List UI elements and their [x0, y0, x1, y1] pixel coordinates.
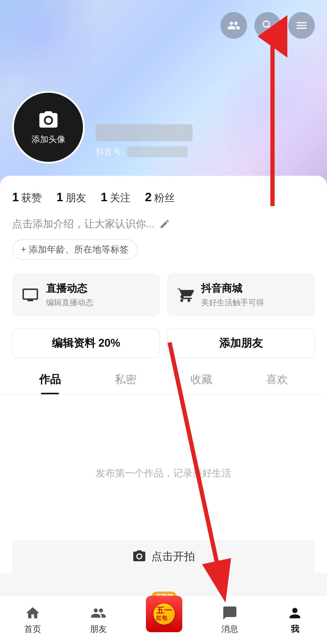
red-envelope-gold-circle: 五一 红包: [154, 603, 175, 625]
live-feature-text: 直播动态 编辑直播动态: [46, 282, 93, 308]
camera-icon-wrap: 添加头像: [31, 109, 65, 145]
nav-me[interactable]: 我: [277, 600, 312, 640]
nav-center-wrap[interactable]: 开宝箱 五一 红包: [146, 608, 182, 632]
nav-friends-icon: [91, 605, 106, 621]
profile-icon: [287, 605, 303, 621]
live-feature-subtitle: 编辑直播动态: [46, 297, 93, 308]
stat-likes-number: 1: [12, 190, 19, 204]
camera-shoot-label: 点击开拍: [151, 549, 195, 564]
nav-messages[interactable]: 消息: [212, 600, 248, 640]
doyin-id-blurred: [127, 146, 188, 157]
stat-following-label: 关注: [110, 191, 130, 205]
tv-icon: [22, 286, 39, 303]
camera-shoot-button[interactable]: 点击开拍: [12, 540, 315, 573]
avatar-circle[interactable]: 添加头像: [12, 91, 85, 164]
edit-icon: [159, 219, 170, 229]
live-feature-title: 直播动态: [46, 282, 93, 295]
user-text-info: 抖音号:: [96, 124, 193, 164]
menu-icon: [295, 19, 308, 32]
edit-profile-button[interactable]: 编辑资料 20%: [12, 329, 160, 358]
add-avatar-label: 添加头像: [31, 134, 65, 145]
stat-friends[interactable]: 1 朋友: [56, 190, 86, 205]
search-icon: [261, 19, 274, 32]
bottom-nav: 首页 朋友 开宝箱 五一 红包 消息: [0, 596, 327, 644]
stat-friends-label: 朋友: [66, 191, 86, 205]
stats-row: 1 获赞 1 朋友 1 关注 2 粉丝: [12, 190, 315, 205]
nav-messages-label: 消息: [221, 623, 238, 635]
add-friend-button[interactable]: 添加朋友: [167, 329, 315, 358]
nav-me-label: 我: [291, 623, 299, 635]
tab-favorites[interactable]: 收藏: [164, 372, 239, 394]
camera-avatar-icon: [38, 109, 59, 131]
profile-banner: 添加头像 抖音号:: [0, 0, 327, 188]
add-tag-label: + 添加年龄、所在地等标签: [21, 243, 129, 256]
username-blurred: [96, 124, 193, 141]
content-area: 发布第一个作品，记录美好生活: [12, 395, 315, 540]
stat-followers[interactable]: 2 粉丝: [145, 190, 175, 205]
stat-following[interactable]: 1 关注: [101, 190, 130, 205]
mall-feature-text: 抖音商城 美好生活触手可得: [201, 282, 264, 308]
empty-state-text: 发布第一个作品，记录美好生活: [96, 467, 231, 480]
red-envelope-line2: 红包: [156, 614, 172, 622]
tab-likes[interactable]: 喜欢: [239, 372, 315, 394]
bio-text: 点击添加介绍，让大家认识你...: [12, 217, 154, 231]
stat-following-number: 1: [101, 190, 107, 204]
feature-cards: 直播动态 编辑直播动态 抖音商城 美好生活触手可得: [12, 273, 315, 316]
stat-followers-label: 粉丝: [154, 191, 175, 205]
doyin-id-label: 抖音号:: [96, 146, 124, 158]
action-buttons: 编辑资料 20% 添加朋友: [12, 329, 315, 358]
tabs-row: 作品 私密 收藏 喜欢: [0, 372, 327, 395]
stat-likes-label: 获赞: [21, 191, 42, 205]
bio-row[interactable]: 点击添加介绍，让大家认识你...: [12, 217, 315, 231]
mall-feature-title: 抖音商城: [201, 282, 264, 295]
red-envelope-body: 五一 红包: [146, 596, 182, 632]
stat-friends-number: 1: [56, 190, 63, 204]
mall-feature-card[interactable]: 抖音商城 美好生活触手可得: [167, 273, 315, 316]
add-tag-button[interactable]: + 添加年龄、所在地等标签: [12, 239, 137, 260]
white-card: 1 获赞 1 朋友 1 关注 2 粉丝 点击添加介绍，让大家认识你... + 添…: [0, 176, 327, 573]
menu-icon-button[interactable]: [288, 12, 315, 39]
red-envelope-line1: 五一: [156, 606, 172, 614]
nav-home[interactable]: 首页: [15, 600, 51, 640]
cart-icon: [177, 286, 194, 303]
friends-icon: [227, 19, 240, 32]
camera-shoot-icon: [132, 549, 147, 564]
avatar-container: 添加头像: [12, 91, 85, 164]
tab-private[interactable]: 私密: [88, 372, 164, 394]
doyin-id-row: 抖音号:: [96, 146, 193, 158]
nav-home-label: 首页: [24, 623, 41, 635]
live-feature-card[interactable]: 直播动态 编辑直播动态: [12, 273, 160, 316]
friends-icon-button[interactable]: [220, 12, 247, 39]
message-icon: [222, 605, 238, 621]
stat-followers-number: 2: [145, 190, 152, 204]
profile-info: 添加头像 抖音号:: [12, 91, 193, 164]
nav-friends[interactable]: 朋友: [80, 600, 117, 640]
mall-feature-subtitle: 美好生活触手可得: [201, 297, 264, 308]
stat-likes[interactable]: 1 获赞: [12, 190, 42, 205]
tab-works[interactable]: 作品: [12, 372, 88, 394]
nav-friends-label: 朋友: [90, 623, 107, 635]
top-icons-row: [220, 12, 315, 39]
home-icon: [25, 605, 41, 621]
red-envelope[interactable]: 开宝箱 五一 红包: [146, 596, 182, 632]
search-icon-button[interactable]: [254, 12, 281, 39]
